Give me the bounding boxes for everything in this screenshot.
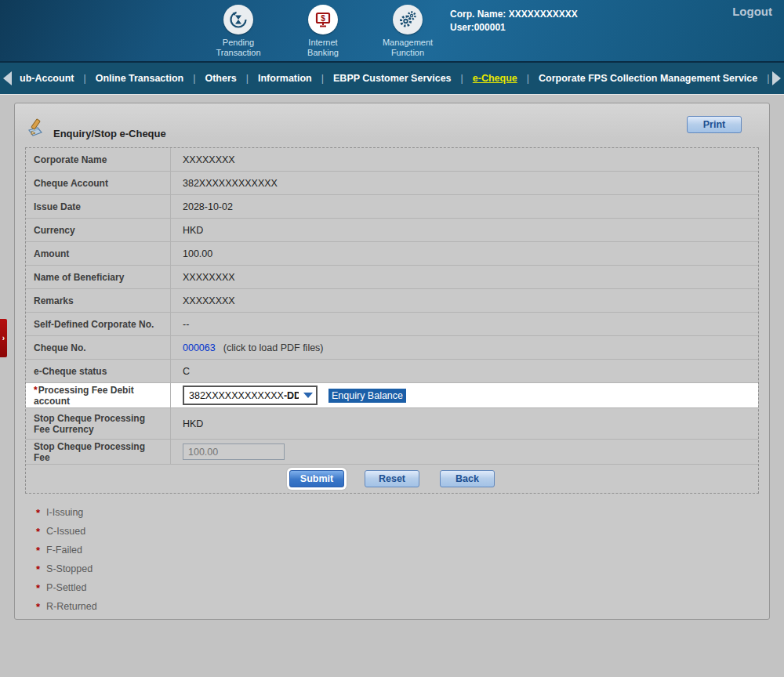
row-value	[171, 440, 758, 464]
menu-label: Pending Transaction	[202, 38, 274, 58]
nav-item-sub-account[interactable]: ub-Account	[16, 73, 83, 84]
asterisk-icon: *	[36, 601, 40, 613]
page: Pending Transaction $ Internet Banking	[0, 0, 784, 620]
nav-scroll-right-icon[interactable]	[772, 71, 781, 85]
internet-banking-icon: $	[308, 5, 338, 34]
asterisk-icon: *	[36, 545, 40, 556]
table-row-stop-fee: Stop Cheque Processing Fee	[26, 440, 758, 465]
main-nav: ub-Account| Online Transaction| Others| …	[0, 63, 784, 95]
row-value: HKD	[171, 408, 758, 439]
menu-label: Internet Banking	[287, 38, 359, 58]
management-function-icon	[393, 5, 423, 34]
nav-item-information[interactable]: Information	[249, 73, 321, 84]
legend-item-stopped: *S-Stopped	[36, 559, 759, 578]
row-label: Corporate Name	[26, 148, 171, 171]
table-row-beneficiary: Name of Beneficiary XXXXXXXX	[26, 266, 758, 289]
menu-item-internet-banking[interactable]: $ Internet Banking	[287, 5, 359, 58]
menu-item-pending-transaction[interactable]: Pending Transaction	[202, 5, 274, 58]
asterisk-icon: *	[36, 526, 40, 538]
row-label: Self-Defined Corporate No.	[26, 313, 171, 335]
menu-label: Management Function	[372, 38, 444, 58]
row-value: C	[171, 360, 758, 382]
main-panel: Enquiry/Stop e-Cheque Print Corporate Na…	[14, 103, 770, 620]
asterisk-icon: *	[36, 582, 40, 594]
submit-button[interactable]: Submit	[289, 470, 344, 487]
nav-item-corporate-fps[interactable]: Corporate FPS Collection Management Serv…	[529, 73, 767, 84]
row-label: Remarks	[26, 289, 171, 312]
echeque-detail-table: Corporate Name XXXXXXXX Cheque Account 3…	[25, 147, 759, 494]
processing-fee-account-select[interactable]: 382XXXXXXXXXXXX-DD	[183, 386, 318, 405]
nav-item-ebpp-customer-services[interactable]: EBPP Customer Services	[324, 73, 461, 84]
nav-item-online-transaction[interactable]: Online Transaction	[86, 73, 194, 84]
form-actions: Submit Reset Back	[26, 465, 758, 493]
enquiry-balance-link[interactable]: Enquiry Balance	[328, 389, 406, 403]
status-legend: *I-Issuing *C-Issued *F-Failed *S-Stoppe…	[36, 503, 759, 616]
table-row-remarks: Remarks XXXXXXXX	[26, 289, 758, 313]
table-row-processing-fee-debit-account: *Processing Fee Debit account 382XXXXXXX…	[26, 383, 758, 408]
table-row-cheque-no: Cheque No. 000063 (click to load PDF fil…	[26, 336, 758, 360]
top-header: Pending Transaction $ Internet Banking	[0, 0, 784, 63]
row-label: e-Cheque status	[26, 360, 171, 382]
reset-button[interactable]: Reset	[365, 470, 419, 487]
row-label: Amount	[26, 242, 171, 265]
nav-items: ub-Account| Online Transaction| Others| …	[16, 73, 771, 84]
row-label: Currency	[26, 219, 171, 241]
corp-info: Corp. Name: XXXXXXXXXXX User:000001	[450, 8, 578, 34]
nav-item-fps[interactable]: FPS	[770, 73, 771, 84]
row-label: Cheque No.	[26, 336, 171, 359]
asterisk-icon: *	[36, 507, 40, 519]
legend-item-failed: *F-Failed	[36, 541, 759, 559]
title-row: Enquiry/Stop e-Cheque Print	[25, 114, 759, 141]
print-button[interactable]: Print	[687, 116, 742, 133]
nav-scroll-left-icon[interactable]	[3, 71, 12, 85]
row-value: 382XXXXXXXXXXXX-DD Enquiry Balance	[171, 383, 758, 407]
asterisk-icon: *	[36, 563, 40, 575]
row-value: 000063 (click to load PDF files)	[171, 336, 758, 359]
row-label: Stop Cheque Processing Fee	[26, 440, 171, 464]
back-button[interactable]: Back	[440, 470, 495, 487]
row-value: XXXXXXXX	[171, 266, 758, 288]
row-label: *Processing Fee Debit account	[26, 383, 171, 407]
table-row-self-defined-corporate-no: Self-Defined Corporate No. --	[26, 313, 758, 336]
row-label: Stop Cheque Processing Fee Currency	[26, 408, 171, 439]
chevron-right-icon: ›	[2, 334, 5, 342]
table-row-amount: Amount 100.00	[26, 242, 758, 266]
svg-text:$: $	[321, 14, 325, 23]
logout-link[interactable]: Logout	[732, 5, 772, 18]
pending-transaction-icon	[223, 5, 253, 34]
user-id: User:000001	[450, 21, 578, 34]
table-row-stop-fee-currency: Stop Cheque Processing Fee Currency HKD	[26, 408, 758, 440]
row-value: 2028-10-02	[171, 195, 758, 218]
legend-item-returned: *R-Returned	[36, 597, 759, 616]
table-row-issue-date: Issue Date 2028-10-02	[26, 195, 758, 219]
table-row-echeque-status: e-Cheque status C	[26, 360, 758, 383]
chevron-down-icon	[303, 393, 313, 398]
row-value: 382XXXXXXXXXXXX	[171, 172, 758, 194]
nav-item-e-cheque[interactable]: e-Cheque	[463, 73, 527, 84]
legend-item-settled: *P-Settled	[36, 578, 759, 597]
row-value: XXXXXXXX	[171, 289, 758, 312]
legend-item-issuing: *I-Issuing	[36, 503, 759, 522]
row-label: Issue Date	[26, 195, 171, 218]
cheque-no-pdf-link[interactable]: 000063	[183, 342, 216, 353]
row-label: Cheque Account	[26, 172, 171, 194]
row-value: --	[171, 313, 758, 335]
menu-item-management-function[interactable]: Management Function	[372, 5, 444, 58]
legend-item-issued: *C-Issued	[36, 522, 759, 541]
top-menu: Pending Transaction $ Internet Banking	[202, 5, 444, 58]
table-row-corporate-name: Corporate Name XXXXXXXX	[26, 148, 758, 172]
nav-item-others[interactable]: Others	[195, 73, 245, 84]
row-value: 100.00	[171, 242, 758, 265]
corp-name: Corp. Name: XXXXXXXXXXX	[450, 8, 578, 21]
table-row-currency: Currency HKD	[26, 219, 758, 242]
pencil-note-icon	[27, 118, 47, 141]
row-value: XXXXXXXX	[171, 148, 758, 171]
page-title: Enquiry/Stop e-Cheque	[53, 128, 166, 141]
row-value: HKD	[171, 219, 758, 241]
cheque-no-note: (click to load PDF files)	[223, 342, 324, 353]
stop-fee-input[interactable]	[183, 443, 285, 460]
required-marker: *	[34, 385, 38, 396]
content-area: Enquiry/Stop e-Cheque Print Corporate Na…	[0, 95, 784, 620]
side-panel-handle[interactable]: ›	[0, 319, 7, 357]
table-row-cheque-account: Cheque Account 382XXXXXXXXXXXX	[26, 172, 758, 195]
